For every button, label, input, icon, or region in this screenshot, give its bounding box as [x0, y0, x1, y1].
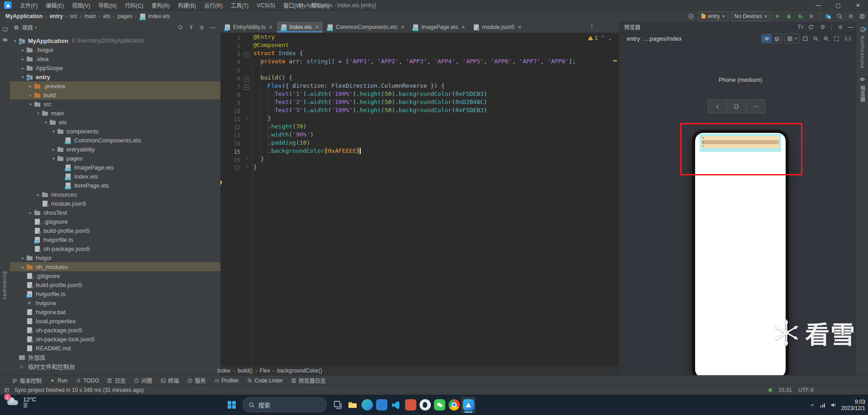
tree-expand-arrow[interactable]: ▸: [19, 255, 26, 260]
project-view-selector[interactable]: ▾: [35, 25, 37, 30]
line-number[interactable]: 7−: [220, 83, 252, 91]
menu-视图[interactable]: 视图(V): [68, 0, 94, 10]
network-icon[interactable]: [820, 402, 826, 408]
tree-item-.idea[interactable]: ▸.idea: [10, 54, 220, 63]
more-options-button[interactable]: [746, 99, 765, 113]
tree-item-ets[interactable]: ▾ets: [10, 118, 220, 127]
close-tab-icon[interactable]: ✕: [269, 24, 273, 30]
previewer-tab[interactable]: 预览器: [859, 86, 866, 102]
editor-breadcrumb-item[interactable]: backgroundColor(): [277, 368, 322, 374]
taskbar-app-vscode[interactable]: [389, 397, 403, 413]
line-number[interactable]: 17└: [220, 165, 252, 173]
tree-item-oh-package.json5[interactable]: ⚙oh-package.json5: [10, 325, 220, 335]
tree-item-.hvigor[interactable]: ▸.hvigor: [10, 45, 220, 54]
tree-expand-arrow[interactable]: ▸: [19, 57, 26, 61]
code-line-5[interactable]: [253, 66, 576, 74]
code-content[interactable]: @Entry@Componentstruct Index { private a…: [253, 33, 576, 171]
toolwindow-Code Linter[interactable]: Code Linter: [243, 376, 287, 385]
settings-gear-icon[interactable]: [847, 12, 855, 20]
line-number[interactable]: 5: [220, 67, 252, 75]
tree-expand-arrow[interactable]: ▸: [19, 47, 26, 52]
editor-breadcrumb-item[interactable]: Flex: [260, 368, 270, 374]
tree-item-oh_modules[interactable]: ▸oh_modules: [10, 262, 220, 271]
rotate-device-button[interactable]: [727, 99, 746, 113]
taskbar-app-deveco-studio[interactable]: [461, 397, 476, 413]
code-editor[interactable]: 123−456−7−891011└1213141516└17└ @Entry@C…: [220, 33, 619, 366]
tree-item-build[interactable]: ▸build: [10, 90, 220, 99]
toolwindow-日志[interactable]: 日志: [103, 376, 129, 385]
tree-item-pages[interactable]: ▾pages: [10, 154, 220, 163]
start-button[interactable]: [225, 398, 238, 412]
back-button[interactable]: [708, 99, 727, 113]
tray-chevron-icon[interactable]: [810, 402, 815, 408]
multi-device-select[interactable]: ▾: [784, 33, 799, 43]
tree-expand-arrow[interactable]: ▸: [27, 210, 34, 215]
breadcrumb-item[interactable]: MyApplication: [5, 13, 43, 19]
taskbar-clock[interactable]: 9:03 2023/12/1: [841, 399, 865, 411]
tab-options-icon[interactable]: [589, 23, 595, 30]
menu-代码[interactable]: 代码(C): [121, 0, 148, 10]
taskbar-app-chrome[interactable]: [447, 397, 461, 413]
tree-item-README.md[interactable]: README.md: [10, 344, 220, 353]
target-icon[interactable]: [687, 12, 695, 20]
caret-position[interactable]: 15:31: [778, 387, 792, 393]
line-number[interactable]: 2: [220, 42, 252, 51]
tree-item-build-profile.json5[interactable]: ⚙build-profile.json5: [10, 226, 220, 235]
code-line-2[interactable]: @Component: [253, 41, 576, 49]
font-scale-icon[interactable]: Tт: [797, 24, 803, 30]
close-tab-icon[interactable]: ✕: [518, 24, 522, 30]
zoom-in-icon[interactable]: [822, 34, 830, 42]
frame-icon[interactable]: [801, 34, 810, 42]
code-line-8[interactable]: Text('1').width('100%').height(50).backg…: [253, 90, 576, 98]
menu-导航[interactable]: 导航(N): [94, 0, 121, 10]
folder-tool-icon[interactable]: [0, 34, 10, 44]
editor-tab-Index.ets[interactable]: ETSIndex.ets✕: [277, 22, 323, 33]
toolwindow-TODO[interactable]: TODO: [72, 376, 103, 385]
editor-tab-EntryAbility.ts[interactable]: TSEntryAbility.ts✕: [220, 22, 277, 33]
code-line-12[interactable]: .height(70): [253, 123, 576, 131]
tree-item-ohosTest[interactable]: ▸ohosTest: [10, 208, 220, 217]
tree-item-AppScope[interactable]: ▸AppScope: [10, 63, 220, 72]
tree-expand-arrow[interactable]: ▾: [35, 111, 42, 116]
tree-item-build-profile.json5[interactable]: ⚙build-profile.json5: [10, 280, 220, 289]
editor-tab-ImagePage.ets[interactable]: ETSImagePage.ets✕: [409, 22, 469, 33]
close-tab-icon[interactable]: ✕: [401, 24, 405, 30]
menu-VCS[interactable]: VCS(S): [253, 0, 279, 10]
editor-breadcrumb-item[interactable]: Index: [217, 368, 230, 374]
tree-item-hvigorw[interactable]: hvigorw: [10, 298, 220, 307]
line-number[interactable]: 3−: [220, 51, 252, 59]
run-button[interactable]: [773, 12, 782, 20]
code-line-7[interactable]: Flex({ direction: FlexDirection.ColumnRe…: [253, 82, 576, 90]
device-select[interactable]: No Devices▾: [731, 11, 770, 21]
line-number[interactable]: 12: [220, 124, 252, 132]
tree-item-ItemPage.ets[interactable]: ETSItemPage.ets: [10, 181, 220, 190]
line-number[interactable]: 10: [220, 108, 252, 116]
tree-expand-arrow[interactable]: ▸: [27, 84, 34, 89]
tree-item-.gitignore[interactable]: ⊘.gitignore: [10, 217, 220, 226]
tree-item-entry[interactable]: ▾entry: [10, 72, 220, 81]
code-line-17[interactable]: }: [253, 163, 576, 171]
tree-expand-arrow[interactable]: ▸: [50, 147, 57, 152]
taskbar-app-task-view[interactable]: [331, 397, 345, 413]
line-number[interactable]: 9: [220, 99, 252, 108]
fit-screen-icon[interactable]: [833, 34, 841, 42]
close-tab-icon[interactable]: ✕: [315, 24, 319, 30]
close-tab-icon[interactable]: ✕: [461, 24, 465, 30]
toolwindow-问题[interactable]: 问题: [130, 376, 157, 385]
editor-breadcrumb-item[interactable]: build(): [238, 368, 253, 374]
profile-icon[interactable]: [858, 12, 866, 20]
taskbar-search-input[interactable]: 搜索: [243, 397, 327, 412]
code-line-3[interactable]: struct Index {: [253, 49, 576, 57]
project-panel-title[interactable]: 项目: [22, 24, 33, 31]
zoom-ratio-label[interactable]: 1:1: [843, 36, 853, 41]
tree-expand-arrow[interactable]: ▾: [19, 75, 26, 80]
code-line-13[interactable]: .width('90%'): [253, 131, 576, 139]
tree-item-CommonComponents.ets[interactable]: ETSCommonComponents.ets: [10, 136, 220, 145]
line-number[interactable]: 1: [220, 34, 252, 42]
line-number[interactable]: 11└: [220, 116, 252, 124]
toolwindow-预览器日志[interactable]: 预览器日志: [287, 376, 330, 385]
taskbar-app-wechat[interactable]: [432, 397, 447, 413]
code-line-10[interactable]: Text('3').width('100%').height(50).backg…: [253, 106, 576, 114]
maximize-button[interactable]: ▢: [828, 0, 848, 10]
project-tool-icon[interactable]: [0, 24, 10, 34]
